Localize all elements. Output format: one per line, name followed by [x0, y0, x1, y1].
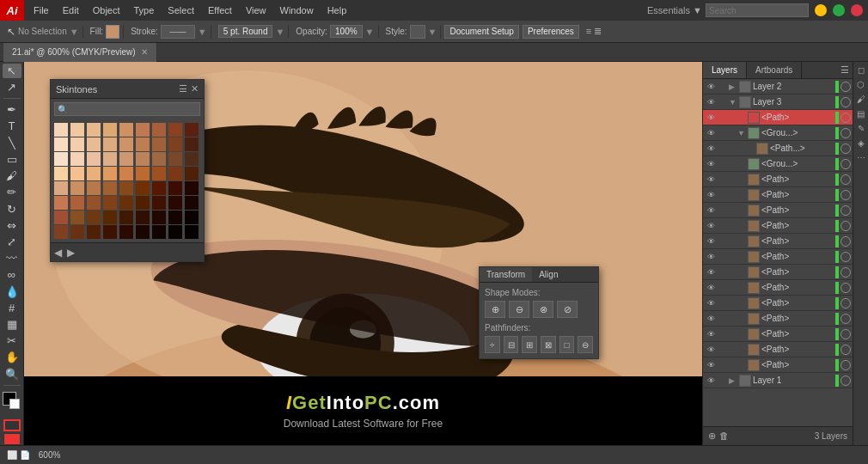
minimize-button[interactable]: [815, 4, 827, 16]
layer-visibility-toggle[interactable]: 👁: [705, 205, 717, 217]
layer-target-circle[interactable]: [840, 345, 851, 355]
swatch-69[interactable]: [152, 225, 166, 239]
swatch-20[interactable]: [87, 152, 101, 166]
close-button[interactable]: [851, 4, 863, 16]
layer-visibility-toggle[interactable]: 👁: [705, 127, 717, 139]
swatch-57[interactable]: [103, 211, 117, 224]
swatch-28[interactable]: [70, 167, 84, 180]
essentials-label[interactable]: Essentials ▼: [647, 5, 702, 15]
warp-tool[interactable]: 〰: [3, 251, 21, 266]
layer-target-circle[interactable]: [840, 159, 851, 169]
panel-back-button[interactable]: ◀: [54, 247, 62, 259]
swatch-23[interactable]: [136, 152, 150, 166]
layer-visibility-toggle[interactable]: 👁: [705, 158, 717, 170]
swatch-71[interactable]: [185, 225, 199, 239]
layer-item[interactable]: 👁<Path>: [703, 187, 853, 203]
swatch-56[interactable]: [87, 211, 101, 224]
layer-visibility-toggle[interactable]: 👁: [705, 220, 717, 232]
hand-tool[interactable]: ✋: [3, 350, 21, 364]
menu-object[interactable]: Object: [87, 3, 126, 17]
layer-visibility-toggle[interactable]: 👁: [705, 375, 717, 387]
scissors-tool[interactable]: ✂: [3, 333, 21, 348]
preferences-button[interactable]: Preferences: [523, 25, 579, 39]
shape-minus-button[interactable]: ⊖: [509, 301, 529, 318]
swatch-25[interactable]: [168, 152, 182, 166]
mini-icon-3[interactable]: 🖌: [855, 95, 867, 107]
swatch-34[interactable]: [168, 167, 182, 180]
layer-visibility-toggle[interactable]: 👁: [705, 81, 717, 93]
menu-select[interactable]: Select: [162, 3, 200, 17]
swatch-66[interactable]: [103, 225, 117, 239]
maximize-button[interactable]: [833, 4, 845, 16]
swatch-29[interactable]: [87, 167, 101, 180]
swatch-11[interactable]: [87, 137, 101, 151]
mini-icon-7[interactable]: ⋯: [855, 153, 867, 165]
layer-visibility-toggle[interactable]: 👁: [705, 266, 717, 278]
shape-intersect-button[interactable]: ⊗: [533, 301, 553, 318]
zoom-display[interactable]: 600%: [39, 450, 61, 460]
fill-icon[interactable]: [3, 433, 21, 445]
layer-target-circle[interactable]: [840, 205, 851, 216]
swatch-53[interactable]: [185, 196, 199, 210]
swatch-51[interactable]: [152, 196, 166, 210]
swatch-31[interactable]: [119, 167, 133, 180]
mini-icon-4[interactable]: ▤: [855, 109, 867, 121]
swatch-30[interactable]: [103, 167, 117, 180]
swatch-49[interactable]: [119, 196, 133, 210]
layer-item[interactable]: 👁<Path>: [703, 249, 853, 265]
swatch-33[interactable]: [152, 167, 166, 180]
layer-target-circle[interactable]: [840, 97, 851, 107]
swatch-65[interactable]: [87, 225, 101, 239]
swatch-1[interactable]: [70, 123, 84, 137]
layer-visibility-toggle[interactable]: 👁: [705, 344, 717, 356]
swatch-68[interactable]: [136, 225, 150, 239]
search-input[interactable]: [706, 3, 809, 17]
swatch-48[interactable]: [103, 196, 117, 210]
document-tab[interactable]: 21.ai* @ 600% (CMYK/Preview) ✕: [3, 43, 157, 62]
swatch-6[interactable]: [152, 123, 166, 137]
layer-visibility-toggle[interactable]: 👁: [705, 96, 717, 108]
layer-visibility-toggle[interactable]: 👁: [705, 143, 717, 155]
layer-visibility-toggle[interactable]: 👁: [705, 112, 717, 124]
shape-unite-button[interactable]: ⊕: [485, 301, 505, 318]
layer-item[interactable]: 👁<Path...>: [703, 141, 853, 156]
layer-item[interactable]: 👁<Path>: [703, 234, 853, 249]
layer-target-circle[interactable]: [840, 314, 851, 324]
swatch-59[interactable]: [136, 211, 150, 224]
swatch-22[interactable]: [119, 152, 133, 166]
background-color[interactable]: [9, 399, 20, 409]
layer-item[interactable]: 👁<Path>: [703, 110, 853, 125]
panel-menu-button[interactable]: ☰: [179, 83, 187, 95]
layer-item[interactable]: 👁<Path>: [703, 280, 853, 296]
layer-item[interactable]: 👁▶Layer 2: [703, 79, 853, 95]
layer-target-circle[interactable]: [840, 128, 851, 138]
swatch-7[interactable]: [168, 123, 182, 137]
swatch-10[interactable]: [70, 137, 84, 151]
swatch-24[interactable]: [152, 152, 166, 166]
shape-exclude-button[interactable]: ⊘: [557, 301, 578, 318]
swatch-62[interactable]: [185, 211, 199, 224]
swatch-44[interactable]: [185, 181, 199, 195]
normal-mode-icon[interactable]: [3, 419, 21, 431]
layer-item[interactable]: 👁<Path>: [703, 342, 853, 357]
opacity-value[interactable]: 100%: [330, 25, 363, 38]
layer-item[interactable]: 👁<Grou...>: [703, 156, 853, 172]
swatch-13[interactable]: [119, 137, 133, 151]
fill-swatch[interactable]: [106, 25, 119, 39]
blend-tool[interactable]: ∞: [3, 267, 21, 282]
layer-target-circle[interactable]: [840, 283, 851, 293]
swatch-18[interactable]: [54, 152, 68, 166]
layer-expand-toggle[interactable]: ▼: [737, 129, 746, 137]
canvas-area[interactable]: Skintones ☰ ✕ ◀ ▶ Transform Align Shape …: [24, 62, 702, 445]
layer-target-circle[interactable]: [840, 236, 851, 247]
rotate-tool[interactable]: ↻: [3, 201, 21, 216]
swatch-4[interactable]: [119, 123, 133, 137]
swatch-61[interactable]: [168, 211, 182, 224]
layer-visibility-toggle[interactable]: 👁: [705, 313, 717, 325]
layer-visibility-toggle[interactable]: 👁: [705, 297, 717, 309]
line-tool[interactable]: ╲: [3, 136, 21, 150]
layer-item[interactable]: 👁<Path>: [703, 265, 853, 280]
eyedropper-tool[interactable]: 💧: [3, 284, 21, 298]
swatch-70[interactable]: [168, 225, 182, 239]
layer-target-circle[interactable]: [840, 267, 851, 278]
